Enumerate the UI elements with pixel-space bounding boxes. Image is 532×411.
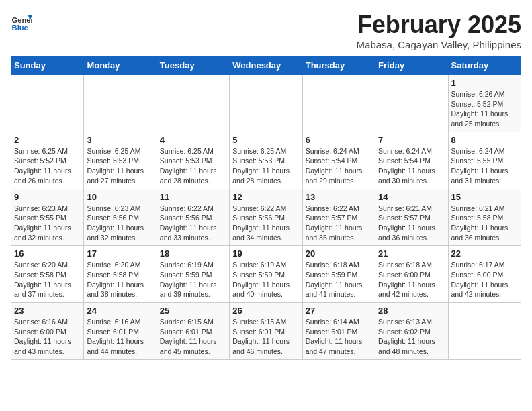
day-info: Sunrise: 6:21 AM Sunset: 5:58 PM Dayligh… <box>451 203 518 243</box>
day-number: 2 <box>14 135 81 145</box>
calendar-cell: 7Sunrise: 6:24 AM Sunset: 5:54 PM Daylig… <box>375 132 448 189</box>
day-info: Sunrise: 6:15 AM Sunset: 6:01 PM Dayligh… <box>232 317 299 357</box>
calendar-subtitle: Mabasa, Cagayan Valley, Philippines <box>357 39 521 50</box>
day-info: Sunrise: 6:23 AM Sunset: 5:55 PM Dayligh… <box>14 203 81 243</box>
day-number: 5 <box>232 135 299 145</box>
calendar-cell: 17Sunrise: 6:20 AM Sunset: 5:58 PM Dayli… <box>84 246 157 303</box>
day-number: 25 <box>160 306 226 316</box>
calendar-cell <box>84 75 157 132</box>
day-info: Sunrise: 6:25 AM Sunset: 5:53 PM Dayligh… <box>160 146 226 186</box>
calendar-cell <box>157 75 229 132</box>
day-number: 16 <box>14 248 81 259</box>
calendar-cell: 14Sunrise: 6:21 AM Sunset: 5:57 PM Dayli… <box>375 189 448 246</box>
weekday-header-wednesday: Wednesday <box>230 56 302 75</box>
day-number: 22 <box>451 248 518 259</box>
calendar-cell: 4Sunrise: 6:25 AM Sunset: 5:53 PM Daylig… <box>157 132 229 189</box>
calendar-cell <box>302 75 375 132</box>
day-number: 7 <box>378 135 445 145</box>
calendar-cell <box>230 75 302 132</box>
calendar-cell: 2Sunrise: 6:25 AM Sunset: 5:52 PM Daylig… <box>11 132 84 189</box>
calendar-cell: 5Sunrise: 6:25 AM Sunset: 5:53 PM Daylig… <box>230 132 302 189</box>
day-number: 27 <box>306 306 372 316</box>
day-number: 24 <box>87 306 153 316</box>
calendar-cell: 16Sunrise: 6:20 AM Sunset: 5:58 PM Dayli… <box>11 246 84 303</box>
day-number: 1 <box>451 78 518 88</box>
day-info: Sunrise: 6:18 AM Sunset: 6:00 PM Dayligh… <box>378 260 445 300</box>
day-info: Sunrise: 6:13 AM Sunset: 6:02 PM Dayligh… <box>378 317 445 357</box>
calendar-cell <box>448 303 521 360</box>
day-number: 12 <box>232 192 299 202</box>
day-number: 28 <box>378 306 445 316</box>
calendar-cell: 15Sunrise: 6:21 AM Sunset: 5:58 PM Dayli… <box>448 189 521 246</box>
day-info: Sunrise: 6:23 AM Sunset: 5:56 PM Dayligh… <box>87 203 153 243</box>
day-number: 11 <box>160 192 226 202</box>
calendar-cell: 11Sunrise: 6:22 AM Sunset: 5:56 PM Dayli… <box>157 189 229 246</box>
day-number: 13 <box>306 192 372 202</box>
day-info: Sunrise: 6:14 AM Sunset: 6:01 PM Dayligh… <box>306 317 372 357</box>
page-header: General Blue February 2025 Mabasa, Cagay… <box>11 11 521 50</box>
calendar-cell: 18Sunrise: 6:19 AM Sunset: 5:59 PM Dayli… <box>157 246 229 303</box>
day-number: 6 <box>306 135 372 145</box>
day-info: Sunrise: 6:18 AM Sunset: 5:59 PM Dayligh… <box>306 260 372 300</box>
calendar-cell: 1Sunrise: 6:26 AM Sunset: 5:52 PM Daylig… <box>448 75 521 132</box>
day-number: 19 <box>232 248 299 259</box>
day-info: Sunrise: 6:24 AM Sunset: 5:55 PM Dayligh… <box>451 146 518 186</box>
day-info: Sunrise: 6:17 AM Sunset: 6:00 PM Dayligh… <box>451 260 518 300</box>
day-number: 4 <box>160 135 226 145</box>
day-number: 21 <box>378 248 445 259</box>
day-number: 18 <box>160 248 226 259</box>
weekday-header-monday: Monday <box>84 56 157 75</box>
calendar-cell: 26Sunrise: 6:15 AM Sunset: 6:01 PM Dayli… <box>230 303 302 360</box>
day-number: 14 <box>378 192 445 202</box>
week-row-5: 23Sunrise: 6:16 AM Sunset: 6:00 PM Dayli… <box>11 303 521 360</box>
day-number: 15 <box>451 192 518 202</box>
calendar-cell: 22Sunrise: 6:17 AM Sunset: 6:00 PM Dayli… <box>448 246 521 303</box>
day-info: Sunrise: 6:19 AM Sunset: 5:59 PM Dayligh… <box>160 260 226 300</box>
calendar-cell: 24Sunrise: 6:16 AM Sunset: 6:01 PM Dayli… <box>84 303 157 360</box>
weekday-header-thursday: Thursday <box>302 56 375 75</box>
calendar-cell: 28Sunrise: 6:13 AM Sunset: 6:02 PM Dayli… <box>375 303 448 360</box>
svg-text:Blue: Blue <box>12 24 28 32</box>
day-info: Sunrise: 6:25 AM Sunset: 5:52 PM Dayligh… <box>14 146 81 186</box>
day-info: Sunrise: 6:25 AM Sunset: 5:53 PM Dayligh… <box>232 146 299 186</box>
calendar-table: SundayMondayTuesdayWednesdayThursdayFrid… <box>11 56 521 360</box>
calendar-cell: 10Sunrise: 6:23 AM Sunset: 5:56 PM Dayli… <box>84 189 157 246</box>
day-info: Sunrise: 6:24 AM Sunset: 5:54 PM Dayligh… <box>306 146 372 186</box>
calendar-cell: 21Sunrise: 6:18 AM Sunset: 6:00 PM Dayli… <box>375 246 448 303</box>
day-info: Sunrise: 6:21 AM Sunset: 5:57 PM Dayligh… <box>378 203 445 243</box>
calendar-cell <box>375 75 448 132</box>
calendar-cell: 23Sunrise: 6:16 AM Sunset: 6:00 PM Dayli… <box>11 303 84 360</box>
day-info: Sunrise: 6:20 AM Sunset: 5:58 PM Dayligh… <box>14 260 81 300</box>
calendar-cell: 6Sunrise: 6:24 AM Sunset: 5:54 PM Daylig… <box>302 132 375 189</box>
week-row-2: 2Sunrise: 6:25 AM Sunset: 5:52 PM Daylig… <box>11 132 521 189</box>
calendar-cell: 25Sunrise: 6:15 AM Sunset: 6:01 PM Dayli… <box>157 303 229 360</box>
calendar-cell: 27Sunrise: 6:14 AM Sunset: 6:01 PM Dayli… <box>302 303 375 360</box>
day-info: Sunrise: 6:26 AM Sunset: 5:52 PM Dayligh… <box>451 89 518 129</box>
day-info: Sunrise: 6:24 AM Sunset: 5:54 PM Dayligh… <box>378 146 445 186</box>
logo: General Blue <box>11 11 34 32</box>
weekday-header-sunday: Sunday <box>11 56 84 75</box>
day-number: 26 <box>232 306 299 316</box>
day-number: 8 <box>451 135 518 145</box>
day-info: Sunrise: 6:25 AM Sunset: 5:53 PM Dayligh… <box>87 146 153 186</box>
calendar-cell: 12Sunrise: 6:22 AM Sunset: 5:56 PM Dayli… <box>230 189 302 246</box>
weekday-header-row: SundayMondayTuesdayWednesdayThursdayFrid… <box>11 56 521 75</box>
calendar-cell <box>11 75 84 132</box>
calendar-cell: 8Sunrise: 6:24 AM Sunset: 5:55 PM Daylig… <box>448 132 521 189</box>
weekday-header-tuesday: Tuesday <box>157 56 229 75</box>
calendar-cell: 9Sunrise: 6:23 AM Sunset: 5:55 PM Daylig… <box>11 189 84 246</box>
calendar-cell: 19Sunrise: 6:19 AM Sunset: 5:59 PM Dayli… <box>230 246 302 303</box>
day-number: 20 <box>306 248 372 259</box>
day-info: Sunrise: 6:15 AM Sunset: 6:01 PM Dayligh… <box>160 317 226 357</box>
day-number: 3 <box>87 135 153 145</box>
day-number: 23 <box>14 306 81 316</box>
day-info: Sunrise: 6:16 AM Sunset: 6:00 PM Dayligh… <box>14 317 81 357</box>
calendar-cell: 3Sunrise: 6:25 AM Sunset: 5:53 PM Daylig… <box>84 132 157 189</box>
title-area: February 2025 Mabasa, Cagayan Valley, Ph… <box>357 11 521 50</box>
calendar-title: February 2025 <box>357 11 521 39</box>
day-info: Sunrise: 6:19 AM Sunset: 5:59 PM Dayligh… <box>232 260 299 300</box>
day-number: 10 <box>87 192 153 202</box>
week-row-1: 1Sunrise: 6:26 AM Sunset: 5:52 PM Daylig… <box>11 75 521 132</box>
day-info: Sunrise: 6:20 AM Sunset: 5:58 PM Dayligh… <box>87 260 153 300</box>
logo-icon: General Blue <box>11 11 32 32</box>
